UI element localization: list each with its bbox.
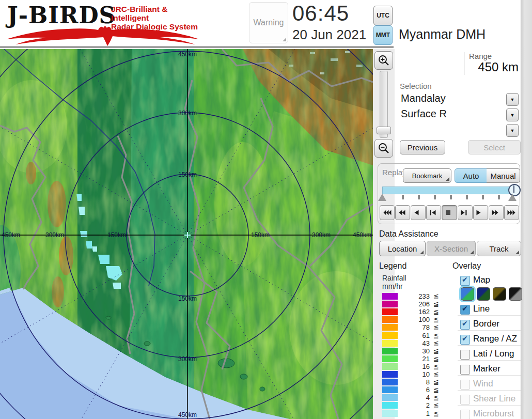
range-box: Range 450 km bbox=[399, 51, 520, 76]
bookmark-label: Bookmark bbox=[412, 172, 443, 180]
legend-color-swatch bbox=[382, 316, 398, 323]
play-back-button[interactable] bbox=[411, 205, 426, 220]
overlay-item-marker[interactable]: Marker bbox=[459, 364, 521, 377]
fast-forward-2-icon bbox=[492, 210, 500, 215]
legend-row: 162≦ bbox=[382, 308, 444, 316]
fast-forward-3-button[interactable] bbox=[504, 205, 519, 220]
corner-more-icon bbox=[283, 38, 286, 41]
previous-button[interactable]: Previous bbox=[400, 140, 445, 154]
checkbox-icon[interactable] bbox=[460, 335, 470, 345]
product-dropdown[interactable]: Surface R ▼ bbox=[399, 107, 520, 122]
overlay-item-label: Marker bbox=[473, 364, 500, 374]
chevron-down-icon[interactable]: ▼ bbox=[506, 124, 519, 137]
checkbox-icon[interactable] bbox=[460, 320, 470, 330]
play-back-icon bbox=[414, 210, 423, 215]
legend-row: 233≦ bbox=[382, 292, 444, 300]
track-button[interactable]: Track bbox=[477, 241, 521, 256]
map-style-gray[interactable] bbox=[509, 287, 522, 301]
x-section-button[interactable]: X-Section bbox=[427, 241, 476, 256]
stop-icon bbox=[445, 210, 453, 215]
option-dropdown[interactable]: ▼ bbox=[399, 123, 520, 137]
legend-leq-symbol: ≦ bbox=[433, 339, 439, 347]
panel-splitter[interactable] bbox=[521, 0, 532, 419]
slider-tick bbox=[450, 195, 452, 199]
radar-map[interactable]: 450km300km150km150km300km450km450km300km… bbox=[0, 49, 373, 419]
corner-menu-icon bbox=[470, 251, 474, 254]
ring-label: 300km bbox=[45, 231, 64, 239]
overlay-item-line[interactable]: Line bbox=[459, 304, 521, 317]
station-dropdown[interactable]: Mandalay ▼ bbox=[399, 92, 520, 106]
slider-tick bbox=[402, 195, 404, 199]
warning-label: Warning bbox=[254, 18, 284, 27]
overlay-section-label: Overlay bbox=[452, 261, 481, 271]
checkbox-icon[interactable] bbox=[460, 276, 470, 286]
data-assistance-label: Data Assistance bbox=[379, 229, 439, 239]
step-back-button[interactable] bbox=[426, 205, 441, 220]
select-button[interactable]: Select bbox=[468, 140, 521, 154]
zoom-in-button[interactable] bbox=[374, 51, 393, 70]
warning-button[interactable]: Warning bbox=[249, 2, 288, 43]
chevron-down-icon[interactable]: ▼ bbox=[506, 93, 519, 106]
zoom-out-button[interactable] bbox=[374, 139, 393, 158]
checkbox-icon[interactable] bbox=[460, 380, 470, 390]
legend-value: 2 bbox=[409, 401, 430, 409]
mmt-toggle-button[interactable]: MMT bbox=[373, 25, 393, 45]
legend-section-label: Legend bbox=[379, 261, 406, 271]
chevron-down-icon[interactable]: ▼ bbox=[506, 108, 519, 121]
overlay-item-label: Microburst bbox=[473, 409, 514, 419]
overlay-item-border[interactable]: Border bbox=[459, 319, 521, 332]
map-style-dark-blue[interactable] bbox=[477, 287, 490, 301]
manual-mode-button[interactable]: Manual bbox=[487, 168, 520, 183]
overlay-item-range-az[interactable]: Range / AZ bbox=[459, 334, 521, 347]
replay-slider-track[interactable] bbox=[382, 187, 517, 194]
legend-value: 61 bbox=[409, 332, 430, 339]
checkbox-icon[interactable] bbox=[460, 305, 470, 315]
clock-time: 06:45 bbox=[292, 1, 349, 26]
checkbox-icon[interactable] bbox=[460, 365, 470, 375]
play-forward-button[interactable] bbox=[473, 205, 488, 220]
overlay-item-lati-long[interactable]: Lati / Long bbox=[459, 349, 521, 362]
utc-toggle-button[interactable]: UTC bbox=[373, 6, 393, 25]
legend-value: 21 bbox=[409, 355, 430, 363]
step-forward-icon bbox=[461, 210, 469, 215]
fast-forward-3-icon bbox=[507, 210, 515, 215]
stop-button[interactable] bbox=[442, 205, 457, 220]
zoom-slider-handle[interactable] bbox=[377, 127, 391, 134]
overlay-item-label: Line bbox=[473, 304, 490, 314]
ring-label: 450km bbox=[353, 231, 371, 239]
ring-label: 150km bbox=[251, 231, 270, 239]
station-title: Myanmar DMH bbox=[399, 27, 520, 48]
map-style-olive[interactable] bbox=[493, 287, 506, 301]
fast-forward-2-button[interactable] bbox=[489, 205, 504, 220]
overlay-item-wind[interactable]: Wind bbox=[459, 379, 521, 392]
legend-color-swatch bbox=[382, 410, 398, 417]
overlay-item-map[interactable]: Map bbox=[459, 275, 521, 288]
x-section-label: X-Section bbox=[434, 244, 468, 253]
location-button[interactable]: Location bbox=[379, 241, 426, 256]
legend-color-swatch bbox=[382, 386, 398, 393]
legend-leq-symbol: ≦ bbox=[433, 316, 439, 323]
legend-value: 233 bbox=[409, 292, 430, 300]
legend-color-swatch bbox=[382, 340, 398, 347]
checkbox-icon[interactable] bbox=[460, 410, 470, 419]
fast-rewind-2-button[interactable] bbox=[395, 205, 410, 220]
auto-mode-button[interactable]: Auto bbox=[455, 168, 488, 183]
legend-value: 100 bbox=[409, 316, 430, 323]
checkbox-icon[interactable] bbox=[460, 395, 470, 405]
overlay-item-label: Range / AZ bbox=[473, 334, 517, 344]
bookmark-button[interactable]: Bookmark bbox=[403, 168, 451, 183]
zoom-in-icon bbox=[378, 55, 389, 66]
legend-leq-symbol: ≦ bbox=[433, 347, 439, 355]
map-style-terrain-light[interactable] bbox=[461, 287, 474, 301]
legend-value: 6 bbox=[409, 386, 430, 394]
legend-value: 206 bbox=[409, 300, 430, 308]
overlay-item-shear-line[interactable]: Shear Line bbox=[459, 394, 521, 407]
fast-rewind-3-button[interactable] bbox=[380, 205, 395, 220]
step-forward-button[interactable] bbox=[458, 205, 473, 220]
overlay-item-microburst[interactable]: Microburst bbox=[459, 409, 521, 419]
legend-value: 30 bbox=[409, 347, 430, 355]
track-label: Track bbox=[490, 244, 509, 253]
legend-leq-symbol: ≦ bbox=[433, 394, 439, 401]
overlay-item-label: Map bbox=[473, 275, 490, 285]
checkbox-icon[interactable] bbox=[460, 350, 470, 360]
